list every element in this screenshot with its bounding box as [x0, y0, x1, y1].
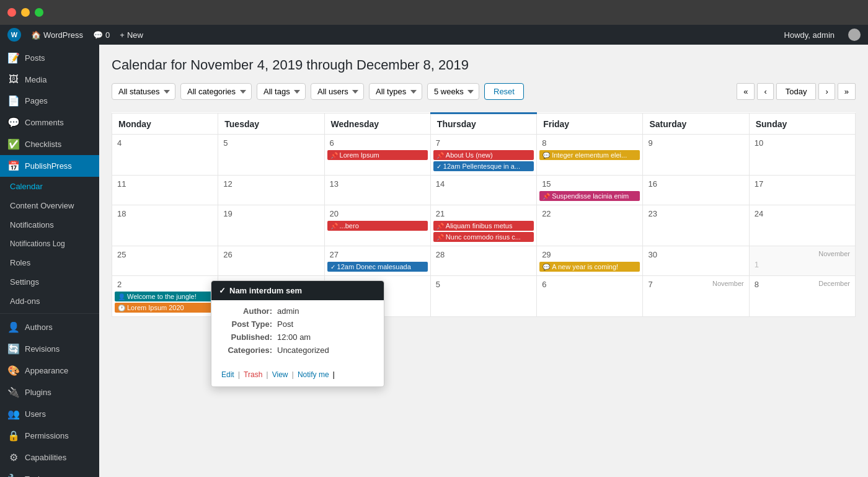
main-layout: 📝 Posts 🖼 Media 📄 Pages 💬 Comments ✅ Che…	[0, 45, 868, 477]
tools-icon: 🔧	[7, 473, 20, 477]
wp-logo[interactable]: W	[7, 28, 21, 42]
sidebar-item-comments[interactable]: 💬 Comments	[0, 112, 99, 133]
event-lorem-ipsum[interactable]: 📌 Lorem Ipsum	[327, 150, 428, 160]
sidebar-item-notifications-log[interactable]: Notifications Log	[0, 234, 99, 253]
users-icon: 👥	[7, 408, 20, 420]
comments-link[interactable]: 💬 0	[93, 30, 110, 40]
close-button[interactable]	[7, 8, 16, 17]
event-about-us[interactable]: 📌 About Us (new)	[433, 150, 534, 160]
event-nunc[interactable]: 📌 Nunc commodo risus c...	[433, 232, 534, 242]
sidebar-item-permissions[interactable]: 🔒 Permissions	[0, 425, 99, 447]
users-filter[interactable]: All users	[311, 83, 364, 100]
day-nov19: 19	[218, 205, 324, 246]
sidebar-item-calendar[interactable]: Calendar	[0, 177, 99, 196]
edit-link[interactable]: Edit	[221, 370, 234, 379]
day-dec1: November 1	[749, 246, 855, 276]
view-link[interactable]: View	[272, 370, 288, 379]
sidebar-item-settings[interactable]: Settings	[0, 272, 99, 292]
event-newyear[interactable]: 💬 A new year is coming!	[539, 262, 640, 272]
comment-icon: 💬	[542, 152, 550, 159]
sidebar-item-appearance[interactable]: 🎨 Appearance	[0, 360, 99, 381]
howdy-text: Howdy, admin	[784, 30, 835, 40]
comment-icon-2: 💬	[542, 264, 550, 270]
day-nov8: 8 💬 Integer elementum elei...	[537, 135, 643, 176]
new-link[interactable]: + New	[120, 30, 143, 40]
popup-footer: Edit | Trash | View | Notify me |	[211, 365, 384, 386]
next-page-button[interactable]: ›	[818, 83, 835, 100]
sidebar-item-content-overview[interactable]: Content Overview	[0, 196, 99, 215]
day-nov25: 25	[112, 246, 218, 276]
sidebar: 📝 Posts 🖼 Media 📄 Pages 💬 Comments ✅ Che…	[0, 45, 99, 477]
day-nov18: 18	[112, 205, 218, 246]
status-filter[interactable]: All statuses	[112, 83, 175, 100]
prev-page-button[interactable]: ‹	[757, 83, 773, 100]
plus-icon: +	[120, 30, 125, 40]
day-nov4: 4	[112, 135, 218, 176]
page-title: Calendar for November 4, 2019 through De…	[112, 57, 856, 73]
avatar	[848, 29, 861, 41]
event-welcome[interactable]: 👤 Welcome to the jungle!	[115, 292, 215, 301]
day-nov13: 13	[324, 176, 430, 205]
maximize-button[interactable]	[35, 8, 43, 17]
site-name[interactable]: 🏠 WordPress	[31, 30, 83, 40]
sidebar-item-checklists[interactable]: ✅ Checklists	[0, 133, 99, 155]
today-button[interactable]: Today	[776, 83, 817, 100]
event-integer[interactable]: 💬 Integer elementum elei...	[539, 150, 640, 160]
event-suspendisse[interactable]: 📌 Suspendisse lacinia enim	[539, 191, 640, 201]
minimize-button[interactable]	[21, 8, 30, 17]
comments-icon: 💬	[93, 30, 103, 40]
nav-buttons: « ‹ Today › »	[737, 83, 856, 100]
pin-icon-6: 📌	[436, 234, 444, 241]
col-wednesday: Wednesday	[324, 114, 430, 135]
sidebar-item-tools[interactable]: 🔧 Tools	[0, 468, 99, 477]
popup-published-row: Published: 12:00 am	[221, 332, 374, 342]
sidebar-item-authors[interactable]: 👤 Authors	[0, 316, 99, 338]
sidebar-item-users[interactable]: 👥 Users	[0, 403, 99, 425]
day-dec5: 5	[430, 276, 536, 317]
wp-icon: W	[7, 28, 21, 42]
day-nov7: 7 📌 About Us (new) ✓ 12am Pellentesque i…	[430, 135, 536, 176]
week-row-4: 25 26 27 ✓ 12am Donec malesuada 28 29 💬	[112, 246, 856, 276]
weeks-filter[interactable]: 5 weeks	[427, 83, 479, 100]
admin-bar: W 🏠 WordPress 💬 0 + New Howdy, admin	[0, 25, 868, 45]
day-nov20: 20 📌 ...bero	[324, 205, 430, 246]
first-page-button[interactable]: «	[737, 83, 755, 100]
week-row-2: 11 12 13 14 15 📌 Suspendisse lacinia eni…	[112, 176, 856, 205]
sidebar-item-media[interactable]: 🖼 Media	[0, 69, 99, 90]
col-thursday: Thursday	[430, 114, 536, 135]
event-donec[interactable]: ✓ 12am Donec malesuada	[327, 262, 428, 272]
trash-link[interactable]: Trash	[244, 370, 262, 379]
col-tuesday: Tuesday	[218, 114, 324, 135]
event-aliquam[interactable]: 📌 Aliquam finibus metus	[433, 221, 534, 231]
types-filter[interactable]: All types	[369, 83, 422, 100]
day-nov26: 26	[218, 246, 324, 276]
event-popup: ✓ Nam interdum sem Author: admin Post Ty…	[211, 280, 384, 387]
event-lorem-2020[interactable]: 🕐 Lorem Ipsum 2020	[115, 303, 215, 313]
sidebar-item-publishpress[interactable]: 📅 PublishPress	[0, 155, 99, 177]
popup-author-row: Author: admin	[221, 306, 374, 316]
sidebar-item-capabilities[interactable]: ⚙ Capabilities	[0, 447, 99, 468]
pin-icon-5: 📌	[436, 223, 444, 230]
pin-icon: 📌	[330, 152, 338, 159]
sidebar-item-revisions[interactable]: 🔄 Revisions	[0, 338, 99, 360]
day-nov15: 15 📌 Suspendisse lacinia enim	[537, 176, 643, 205]
sidebar-item-pages[interactable]: 📄 Pages	[0, 90, 99, 112]
reset-button[interactable]: Reset	[484, 83, 524, 100]
sidebar-item-plugins[interactable]: 🔌 Plugins	[0, 381, 99, 403]
notify-link[interactable]: Notify me	[298, 370, 329, 379]
checklists-icon: ✅	[7, 138, 20, 150]
last-page-button[interactable]: »	[838, 83, 856, 100]
pin-icon-3: 📌	[542, 193, 550, 200]
day-dec2: 2 👤 Welcome to the jungle! 🕐 Lorem Ipsum…	[112, 276, 218, 317]
main-content: Calendar for November 4, 2019 through De…	[99, 45, 868, 477]
sidebar-item-roles[interactable]: Roles	[0, 253, 99, 272]
day-nov12: 12	[218, 176, 324, 205]
sidebar-item-add-ons[interactable]: Add-ons	[0, 292, 99, 311]
event-bero[interactable]: 📌 ...bero	[327, 221, 428, 231]
tags-filter[interactable]: All tags	[257, 83, 306, 100]
sidebar-item-notifications[interactable]: Notifications	[0, 215, 99, 234]
sidebar-item-posts[interactable]: 📝 Posts	[0, 47, 99, 69]
event-pellentesque[interactable]: ✓ 12am Pellentesque in a...	[433, 161, 534, 171]
day-nov24: 24	[749, 205, 855, 246]
categories-filter[interactable]: All categories	[180, 83, 252, 100]
